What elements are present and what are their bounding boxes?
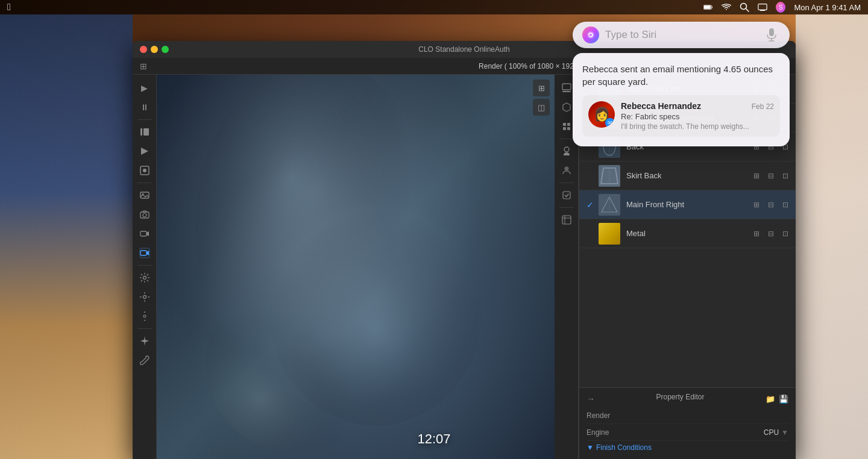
svg-rect-28 bbox=[563, 123, 566, 126]
property-editor-save-icon[interactable]: 💾 bbox=[779, 395, 788, 404]
svg-rect-13 bbox=[140, 192, 149, 198]
fabric-name-skirt-back: Skirt Back bbox=[626, 171, 751, 180]
property-editor-folder-icon[interactable]: 📁 bbox=[766, 395, 775, 404]
sender-name: Rebecca Hernandez bbox=[621, 101, 701, 111]
siri-mic-icon[interactable] bbox=[763, 27, 780, 43]
fabric-item-metal[interactable]: Metal ⊞ ⊟ ⊡ bbox=[579, 219, 796, 248]
toolbar-separator-3 bbox=[137, 265, 152, 266]
fabric-texture-svg bbox=[157, 75, 555, 459]
svg-point-33 bbox=[564, 167, 568, 171]
fabric-link-btn-3[interactable]: ⊡ bbox=[780, 170, 791, 181]
svg-point-32 bbox=[564, 147, 569, 152]
toolbar-gear-icon[interactable] bbox=[135, 308, 154, 325]
email-badge-icon: ✉ bbox=[605, 118, 615, 128]
toolbar-separator-2 bbox=[137, 183, 152, 183]
fabric-grid-btn-3[interactable]: ⊟ bbox=[766, 170, 776, 181]
fabric-link-btn-5[interactable]: ⊡ bbox=[780, 228, 791, 239]
apple-menu-icon[interactable]:  bbox=[7, 2, 11, 13]
property-editor-title: Property Editor bbox=[656, 393, 704, 401]
fabric-grid-btn-5[interactable]: ⊟ bbox=[766, 228, 776, 239]
toolbar-camera2-icon[interactable] bbox=[135, 245, 154, 261]
toolbar-animation-icon[interactable] bbox=[135, 123, 154, 140]
render-header-icon-left[interactable]: ⊞ bbox=[140, 61, 147, 71]
fabric-add-btn-5[interactable]: ⊞ bbox=[751, 228, 762, 239]
fabric-item-skirt-back[interactable]: Skirt Back ⊞ ⊟ ⊡ bbox=[579, 161, 796, 190]
render-title: Render ( 100% of 1080 × 1920 ) bbox=[479, 62, 582, 70]
fabric-add-btn-4[interactable]: ⊞ bbox=[751, 199, 762, 210]
battery-icon[interactable] bbox=[703, 2, 713, 12]
render-sub-btn-1[interactable]: ⊞ bbox=[533, 80, 550, 96]
toolbar-image-icon[interactable] bbox=[135, 187, 154, 204]
email-subject: Re: Fabric specs bbox=[621, 112, 774, 121]
engine-row: Engine CPU ▼ bbox=[587, 424, 788, 441]
menubar-clock: Mon Apr 1 9:41 AM bbox=[794, 3, 861, 12]
toolbar-separator-4 bbox=[137, 328, 152, 329]
spotlight-search-icon[interactable] bbox=[740, 2, 749, 12]
svg-point-16 bbox=[143, 213, 146, 217]
svg-point-21 bbox=[143, 296, 146, 299]
engine-value[interactable]: CPU ▼ bbox=[764, 428, 788, 437]
toolbar-separator-1 bbox=[137, 119, 152, 120]
siri-notification-card[interactable]: Rebecca sent an email mentioning 4.65 ou… bbox=[573, 53, 790, 146]
fabric-actions-metal: ⊞ ⊟ ⊡ bbox=[751, 228, 791, 239]
maximize-button[interactable] bbox=[162, 46, 169, 53]
toolbar-video-icon[interactable] bbox=[135, 225, 154, 242]
siri-email-card[interactable]: 👩 ✉ Rebecca Hernandez Feb 22 Re: Fabric … bbox=[582, 95, 780, 137]
wifi-icon[interactable] bbox=[722, 2, 731, 12]
sender-avatar: 👩 ✉ bbox=[588, 101, 615, 128]
minimize-button[interactable] bbox=[151, 46, 158, 53]
siri-input-placeholder[interactable]: Type to Siri bbox=[605, 29, 757, 41]
bottom-clock: 12:07 bbox=[417, 431, 450, 447]
render-viewport: ⊞ ◫ bbox=[157, 75, 555, 459]
toolbar-record-icon[interactable] bbox=[135, 162, 154, 179]
svg-point-25 bbox=[206, 273, 386, 454]
svg-rect-29 bbox=[567, 123, 570, 126]
toolbar-pause-icon[interactable]: ⏸ bbox=[135, 99, 154, 116]
menubar-left:  bbox=[7, 2, 11, 13]
svg-rect-18 bbox=[140, 251, 146, 255]
svg-rect-26 bbox=[562, 84, 571, 90]
email-header: Rebecca Hernandez Feb 22 bbox=[621, 101, 774, 111]
toolbar-play-icon[interactable]: ▶ bbox=[135, 80, 154, 96]
fabric-grid-btn-4[interactable]: ⊟ bbox=[766, 199, 776, 210]
svg-rect-31 bbox=[567, 127, 570, 130]
property-editor-section: → Property Editor 📁 💾 Render Engine bbox=[579, 387, 796, 459]
screen-mirroring-icon[interactable] bbox=[758, 2, 767, 12]
traffic-lights bbox=[140, 46, 169, 53]
fabric-name-metal: Metal bbox=[626, 229, 751, 238]
render-row: Render bbox=[587, 407, 788, 424]
siri-container: Type to Siri Rebecca sent an email menti… bbox=[573, 22, 790, 146]
svg-rect-35 bbox=[562, 216, 571, 224]
toolbar-wrench-icon[interactable] bbox=[135, 352, 154, 369]
toolbar-camera-icon[interactable] bbox=[135, 206, 154, 223]
toolbar-settings2-icon[interactable] bbox=[135, 289, 154, 305]
render-label: Render bbox=[587, 411, 610, 420]
toolbar-settings-icon[interactable] bbox=[135, 269, 154, 286]
siri-input-bar[interactable]: Type to Siri bbox=[573, 22, 790, 48]
svg-rect-17 bbox=[140, 231, 146, 236]
fabric-item-main-front-right[interactable]: ✓ Main Front Right ⊞ ⊟ ⊡ bbox=[579, 190, 796, 219]
fabric-link-btn-4[interactable]: ⊡ bbox=[780, 199, 791, 210]
fabric-name-main-front-right: Main Front Right bbox=[626, 200, 751, 209]
siri-orb-icon bbox=[582, 27, 599, 43]
rt-icon-6[interactable] bbox=[557, 187, 576, 204]
user-icon[interactable]: S bbox=[776, 2, 785, 12]
menubar:  bbox=[0, 0, 868, 14]
svg-rect-51 bbox=[769, 28, 774, 36]
window-title: CLO Standalone OnlineAuth bbox=[418, 45, 509, 54]
rt-separator-3 bbox=[559, 207, 574, 208]
close-button[interactable] bbox=[140, 46, 147, 53]
property-editor-arrow[interactable]: → bbox=[587, 394, 595, 404]
toolbar-frame-icon[interactable] bbox=[135, 143, 154, 160]
rt-icon-5[interactable] bbox=[557, 162, 576, 179]
fabric-add-btn-3[interactable]: ⊞ bbox=[751, 170, 762, 181]
engine-label: Engine bbox=[587, 428, 609, 437]
render-sub-btn-2[interactable]: ◫ bbox=[533, 99, 550, 116]
svg-rect-30 bbox=[563, 127, 566, 130]
rt-icon-7[interactable] bbox=[557, 211, 576, 228]
finish-conditions-header[interactable]: ▼ Finish Conditions bbox=[587, 441, 788, 454]
svg-rect-8 bbox=[140, 128, 142, 136]
svg-point-22 bbox=[143, 315, 146, 317]
email-preview: I'll bring the swatch. The hemp weighs..… bbox=[621, 122, 774, 131]
toolbar-sparkle-icon[interactable] bbox=[135, 333, 154, 349]
